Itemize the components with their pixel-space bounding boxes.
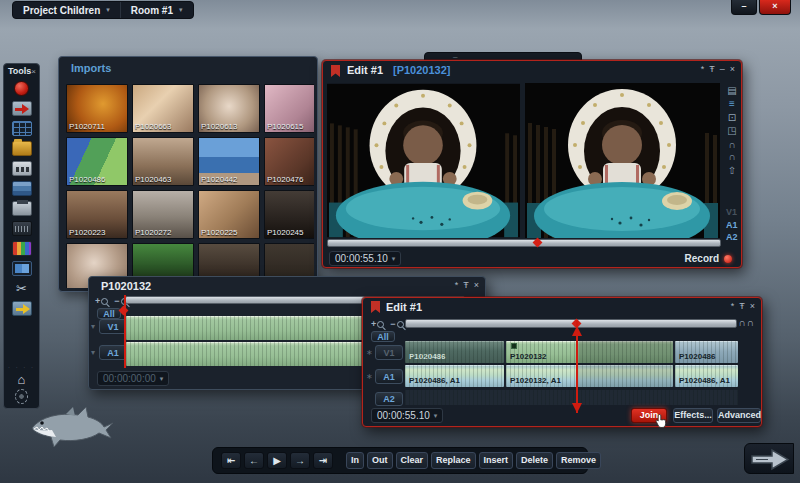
printer-tool-icon[interactable] bbox=[12, 201, 32, 216]
clip-thumbnail[interactable]: P1020272 bbox=[132, 190, 194, 239]
home-icon[interactable]: ⌂ bbox=[18, 373, 26, 386]
headphone-right-icon[interactable]: ∩ bbox=[724, 151, 740, 163]
step-forward-button[interactable]: → bbox=[290, 452, 310, 469]
scissors-tool-icon[interactable]: ✂ bbox=[12, 281, 32, 296]
remove-button[interactable]: Remove bbox=[556, 452, 601, 469]
pin-icon[interactable]: Ŧ bbox=[463, 280, 469, 290]
viewer-side-strip: ▤ ≡ ⊡ ◳ ∩ ∩ ⇧ V1 A1 A2 bbox=[724, 83, 740, 249]
track-v1-button[interactable]: V1 bbox=[375, 345, 403, 360]
close-icon[interactable]: × bbox=[31, 67, 36, 76]
close-icon[interactable]: × bbox=[730, 64, 735, 74]
monitor-icon[interactable]: ⊡ bbox=[724, 112, 740, 124]
headphone-left-icon[interactable]: ∩ bbox=[724, 139, 740, 151]
delete-button[interactable]: Delete bbox=[516, 452, 553, 469]
cogs-icon[interactable]: * bbox=[701, 64, 705, 74]
track-a1-button[interactable]: A1 bbox=[375, 369, 403, 384]
import-tool-icon[interactable] bbox=[12, 101, 32, 116]
pin-icon[interactable]: Ŧ bbox=[709, 64, 715, 74]
zoom-out-icon[interactable]: − bbox=[390, 319, 403, 329]
timeline-clip[interactable]: P1020486 bbox=[675, 341, 738, 363]
track-a2-indicator[interactable]: A2 bbox=[726, 232, 738, 242]
keyboard-tool-icon[interactable] bbox=[12, 221, 32, 236]
monitor-overlay-icon[interactable]: ◳ bbox=[724, 125, 740, 137]
archive-folder-tool-icon[interactable] bbox=[12, 141, 32, 156]
edit-timeline-titlebar[interactable]: Edit #1 * Ŧ × bbox=[363, 298, 761, 315]
source-timecode[interactable]: 00:00:00:00 ▾ bbox=[97, 371, 169, 386]
track-a2-button[interactable]: A2 bbox=[375, 392, 403, 406]
export-button[interactable] bbox=[744, 443, 794, 474]
close-button[interactable]: × bbox=[759, 0, 791, 15]
clip-thumbnail[interactable]: P1020711 bbox=[66, 84, 128, 133]
clip-thumbnail[interactable]: P1020245 bbox=[264, 190, 314, 239]
timeline-v1-lane: P1020486 P1020132 P1020486 bbox=[405, 341, 738, 363]
project-room-bar: Project Children ▾ Room #1 ▾ bbox=[12, 1, 194, 19]
timeline-clip[interactable]: P1020132, A1 bbox=[506, 365, 673, 387]
bin-grid-tool-icon[interactable] bbox=[12, 121, 32, 136]
viewer-timecode[interactable]: 00:00:55.10 ▾ bbox=[329, 251, 401, 266]
timeline-clip[interactable]: P1020486, A1 bbox=[405, 365, 504, 387]
minimize-icon[interactable]: – bbox=[720, 64, 725, 74]
clip-thumbnail[interactable]: P1020463 bbox=[132, 137, 194, 186]
clip-thumbnail[interactable]: P1020615 bbox=[264, 84, 314, 133]
timeline-clip[interactable]: P1020132 bbox=[506, 341, 673, 363]
fingerprint-icon[interactable] bbox=[15, 389, 28, 404]
chevron-down-icon: ▾ bbox=[179, 6, 183, 14]
clip-thumbnail[interactable]: P1020476 bbox=[264, 137, 314, 186]
insert-button[interactable]: Insert bbox=[479, 452, 514, 469]
record-indicator-icon[interactable] bbox=[724, 255, 732, 263]
clip-thumbnail[interactable]: P1020613 bbox=[198, 84, 260, 133]
viewer-scrub-bar[interactable] bbox=[327, 239, 721, 247]
clip-thumbnail[interactable]: P1020223 bbox=[66, 190, 128, 239]
pin-icon[interactable]: Ŧ bbox=[739, 301, 745, 311]
tracks-icon[interactable]: ≡ bbox=[724, 98, 740, 110]
minimize-button[interactable]: – bbox=[731, 0, 757, 15]
play-button[interactable]: ▶ bbox=[267, 452, 287, 469]
clip-thumbnail[interactable]: P1020225 bbox=[198, 190, 260, 239]
chevron-down-icon: ▾ bbox=[160, 372, 164, 385]
cogs-icon[interactable]: * bbox=[731, 301, 735, 311]
source-track-a1-button[interactable]: A1 bbox=[99, 345, 127, 360]
zoom-in-icon[interactable]: + bbox=[371, 319, 384, 329]
room-dropdown[interactable]: Room #1 ▾ bbox=[120, 2, 193, 18]
project-dropdown[interactable]: Project Children ▾ bbox=[13, 2, 120, 18]
mark-out-button[interactable]: Out bbox=[367, 452, 393, 469]
commit-icon[interactable]: ⇧ bbox=[724, 165, 740, 177]
skip-end-button[interactable]: ⇥ bbox=[313, 452, 333, 469]
edit-timeline-window: Edit #1 * Ŧ × + − ∩∩ All ∗ ∗ V1 A1 A2 P1… bbox=[362, 297, 762, 427]
zoom-in-icon[interactable]: + bbox=[95, 296, 108, 306]
track-v1-indicator[interactable]: V1 bbox=[726, 207, 737, 217]
video-frame-left bbox=[327, 83, 520, 238]
mark-in-button[interactable]: In bbox=[346, 452, 364, 469]
send-tool-icon[interactable] bbox=[12, 301, 32, 316]
timeline-clip[interactable]: P1020486, A1 bbox=[675, 365, 738, 387]
replace-button[interactable]: Replace bbox=[431, 452, 476, 469]
close-icon[interactable]: × bbox=[474, 280, 479, 290]
undo-redo-icons[interactable]: ∩∩ bbox=[739, 317, 755, 328]
timeline-clip[interactable]: P1020486 bbox=[405, 341, 504, 363]
clear-button[interactable]: Clear bbox=[396, 452, 429, 469]
layout-tiles-tool-icon[interactable] bbox=[12, 261, 32, 276]
imports-thumbnail-grid: P1020711 P1020663 P1020613 P1020615 P102… bbox=[66, 84, 314, 288]
close-icon[interactable]: × bbox=[750, 301, 755, 311]
keypad-tool-icon[interactable] bbox=[12, 161, 32, 176]
source-track-v1-button[interactable]: V1 bbox=[99, 319, 127, 334]
marker-pens-tool-icon[interactable] bbox=[12, 241, 32, 256]
all-tracks-button[interactable]: All bbox=[97, 308, 121, 319]
skip-start-button[interactable]: ⇤ bbox=[221, 452, 241, 469]
clip-thumbnail[interactable]: P1020486 bbox=[66, 137, 128, 186]
viewer-titlebar[interactable]: Edit #1 [P1020132] * Ŧ – × bbox=[323, 61, 741, 81]
track-a1-indicator[interactable]: A1 bbox=[726, 220, 738, 230]
tools-panel-header[interactable]: Tools × bbox=[4, 64, 39, 78]
step-back-button[interactable]: ← bbox=[244, 452, 264, 469]
folder-icon[interactable]: ▤ bbox=[724, 85, 740, 97]
cogs-icon[interactable]: * bbox=[455, 280, 459, 290]
clip-thumbnail[interactable]: P1020442 bbox=[198, 137, 260, 186]
timeline-timecode[interactable]: 00:00:55.10 ▾ bbox=[371, 408, 443, 423]
effects-button[interactable]: Effects... bbox=[673, 408, 713, 423]
record-tool-icon[interactable] bbox=[14, 81, 29, 96]
source-titlebar[interactable]: P1020132 * Ŧ × bbox=[89, 277, 485, 293]
advanced-button[interactable]: Advanced bbox=[717, 408, 761, 423]
all-tracks-button[interactable]: All bbox=[371, 331, 395, 342]
equipment-rack-tool-icon[interactable] bbox=[12, 181, 32, 196]
clip-thumbnail[interactable]: P1020663 bbox=[132, 84, 194, 133]
